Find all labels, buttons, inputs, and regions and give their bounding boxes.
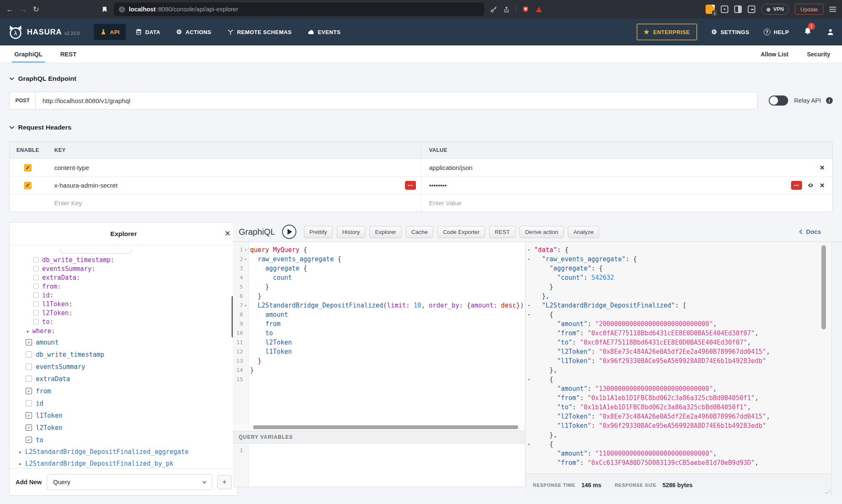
header-value-field[interactable]: application/json✕ <box>421 159 832 176</box>
eye-icon[interactable] <box>807 182 814 188</box>
nav-item-events[interactable]: EVENTS <box>301 24 347 40</box>
resize-grip[interactable] <box>825 491 831 493</box>
url-bar[interactable]: i localhost :8080/console/api/api-explor… <box>114 3 484 16</box>
bookmark-icon[interactable] <box>101 6 108 13</box>
relay-api-toggle[interactable] <box>769 95 788 106</box>
reload-icon[interactable]: ↻ <box>33 5 39 13</box>
notifications-button[interactable]: 1 <box>803 27 812 37</box>
toolbar-cache-button[interactable]: Cache <box>406 226 433 238</box>
hasura-logo[interactable]: λ <box>8 24 24 40</box>
nav-item-data[interactable]: DATA <box>129 24 167 40</box>
update-button[interactable]: Update <box>795 4 823 15</box>
page-info-icon[interactable]: i <box>119 6 125 13</box>
explorer-field-to[interactable]: ✓to <box>10 434 237 446</box>
explorer-argument-id[interactable]: id: <box>10 291 237 300</box>
enable-checkbox[interactable]: ✓ <box>24 182 32 189</box>
extension-icon-2[interactable] <box>721 5 728 13</box>
password-manager-icon[interactable]: ••• <box>791 181 802 190</box>
explorer-field-amount[interactable]: ✓amount <box>10 336 237 348</box>
warning-icon[interactable] <box>535 6 543 13</box>
link-security[interactable]: Security <box>807 51 830 58</box>
fold-arrow-icon[interactable]: ▾ <box>243 255 248 264</box>
forward-icon[interactable]: → <box>19 5 27 13</box>
explorer-argument-l2token[interactable]: l2Token: <box>10 308 237 317</box>
explorer-field-l2token[interactable]: ✓l2Token <box>10 422 237 434</box>
explorer-field-extradata[interactable]: extraData <box>10 373 237 385</box>
enterprise-button[interactable]: ★ ENTERPRISE <box>637 24 697 40</box>
explorer-field-eventssummary[interactable]: eventsSummary <box>10 361 237 373</box>
graphql-endpoint-input[interactable]: http://localhost:8080/v1/graphql <box>35 92 758 109</box>
toolbar-derive-action-button[interactable]: Derive action <box>520 226 564 238</box>
toolbar-code-exporter-button[interactable]: Code Exporter <box>437 226 485 238</box>
explorer-field-id[interactable]: id <box>10 397 237 409</box>
nav-item-remote-schemas[interactable]: REMOTE SCHEMAS <box>221 24 298 40</box>
query-editor[interactable]: 1▾query MyQuery {2▾ raw_events_aggregate… <box>233 242 525 424</box>
fold-arrow-icon[interactable]: ▾ <box>525 310 533 319</box>
settings-button[interactable]: ⚙ SETTINGS <box>711 28 749 36</box>
toolbar-prettify-button[interactable]: Prettify <box>304 226 333 238</box>
explorer-argument-l1token[interactable]: l1Token: <box>10 300 237 308</box>
explorer-argument-to[interactable]: to: <box>10 317 237 326</box>
menu-icon[interactable] <box>829 7 836 12</box>
tab-graphiql[interactable]: GraphiQL <box>12 45 45 63</box>
chevron-down-icon[interactable] <box>9 75 14 80</box>
add-new-select[interactable]: Query <box>47 474 212 490</box>
execute-query-button[interactable] <box>282 225 296 239</box>
toolbar-rest-button[interactable]: REST <box>489 226 515 238</box>
extension-icon[interactable]: 1 <box>706 5 715 14</box>
explorer-argument-extradata[interactable]: extraData: <box>10 273 237 282</box>
header-value-field[interactable]: •••••••••••✕ <box>421 177 832 194</box>
explorer-field-from[interactable]: ✓from <box>10 385 237 397</box>
fold-arrow-icon[interactable]: ▾ <box>525 245 533 255</box>
tab-rest[interactable]: REST <box>58 45 79 63</box>
explorer-argument-where[interactable]: ▸where: <box>10 326 237 336</box>
user-button[interactable] <box>826 28 834 36</box>
vpn-button[interactable]: ⊕ VPN <box>761 4 789 15</box>
remove-header-icon[interactable]: ✕ <box>819 182 825 189</box>
code-line: 7▾ L2StandardBridge_DepositFinalized(lim… <box>233 301 525 310</box>
code-line: 13 } <box>233 356 525 366</box>
key-icon[interactable] <box>490 6 497 13</box>
nav-item-actions[interactable]: ⚙ACTIONS <box>170 24 218 40</box>
horizontal-scrollbar-thumb[interactable] <box>253 425 518 429</box>
enter-key-field[interactable]: Enter Key <box>46 199 421 207</box>
explorer-argument-from[interactable]: from: <box>10 282 237 291</box>
link-allow-list[interactable]: Allow List <box>761 51 789 58</box>
explorer-argument-eventssummary[interactable]: eventsSummary: <box>10 264 237 273</box>
info-icon[interactable]: i <box>826 97 833 104</box>
close-icon[interactable]: ✕ <box>224 229 231 238</box>
toolbar-history-button[interactable]: History <box>337 226 365 238</box>
explorer-field-db-write-timestamp[interactable]: db_write_timestamp <box>10 348 237 361</box>
brave-shield-icon[interactable] <box>522 5 529 13</box>
query-variables-header[interactable]: QUERY VARIABLES <box>233 431 525 443</box>
fold-arrow-icon <box>525 273 533 282</box>
header-key-field[interactable]: content-type <box>46 159 421 176</box>
add-query-button[interactable]: + <box>217 475 232 489</box>
toolbar-analyze-button[interactable]: Analyze <box>568 226 599 238</box>
share-icon[interactable] <box>503 6 510 13</box>
password-manager-icon[interactable]: ••• <box>405 181 416 190</box>
help-button[interactable]: ? HELP <box>764 29 789 35</box>
split-view-icon[interactable] <box>734 5 742 13</box>
nav-item-api[interactable]: API <box>94 24 126 40</box>
explorer-field-l1token[interactable]: ✓l1Token <box>10 409 237 422</box>
explorer-item-l2standardbridge-depositfinalized-by-pk[interactable]: ▸L2StandardBridge_DepositFinalized_by_pk <box>10 458 237 468</box>
fold-arrow-icon[interactable]: ▾ <box>525 440 533 449</box>
enable-checkbox[interactable]: ✓ <box>24 164 32 172</box>
fold-arrow-icon[interactable]: ▾ <box>243 245 248 255</box>
fold-arrow-icon[interactable]: ▾ <box>243 301 248 310</box>
fold-arrow-icon[interactable]: ▾ <box>525 375 533 384</box>
enter-value-field[interactable]: Enter Value <box>421 194 832 212</box>
fold-arrow-icon[interactable]: ▾ <box>525 255 533 264</box>
explorer-item-l2standardbridge-depositfinalized-aggregate[interactable]: ▸L2StandardBridge_DepositFinalized_aggre… <box>10 446 237 458</box>
fold-arrow-icon[interactable]: ▾ <box>525 301 533 310</box>
wallet-icon[interactable] <box>748 5 755 13</box>
header-key-field[interactable]: x-hasura-admin-secret••• <box>46 177 421 194</box>
back-icon[interactable]: ← <box>6 5 13 13</box>
query-variables-editor[interactable]: 1 <box>233 443 525 487</box>
remove-header-icon[interactable]: ✕ <box>819 164 825 172</box>
docs-button[interactable]: Docs <box>800 228 821 235</box>
explorer-argument-db-write-timestamp[interactable]: db_write_timestamp: <box>10 255 237 264</box>
chevron-down-icon[interactable] <box>9 124 14 129</box>
toolbar-explorer-button[interactable]: Explorer <box>370 226 402 238</box>
